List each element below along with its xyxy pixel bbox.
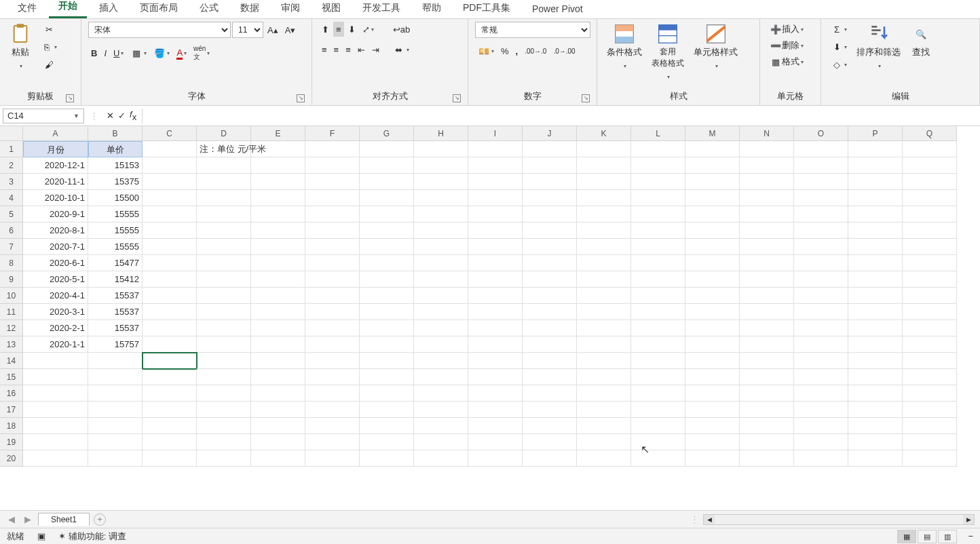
sheet-tab[interactable]: Sheet1 bbox=[38, 513, 90, 526]
cell-N8[interactable] bbox=[740, 255, 794, 271]
cell-A1[interactable]: 月份 bbox=[23, 141, 88, 157]
cell-C9[interactable] bbox=[143, 271, 197, 288]
cell-A12[interactable]: 2020-2-1 bbox=[23, 320, 88, 336]
col-header-O[interactable]: O bbox=[794, 126, 848, 141]
cell-B4[interactable]: 15500 bbox=[88, 190, 143, 206]
cell-D17[interactable] bbox=[197, 402, 251, 418]
cell-Q4[interactable] bbox=[903, 190, 957, 206]
phonetic-button[interactable]: wén文 bbox=[191, 43, 212, 63]
cell-J5[interactable] bbox=[523, 206, 577, 222]
row-header-16[interactable]: 16 bbox=[0, 385, 23, 402]
tab-数据[interactable]: 数据 bbox=[231, 0, 269, 18]
decrease-indent-button[interactable]: ⇤ bbox=[355, 42, 368, 57]
cell-M19[interactable] bbox=[685, 434, 740, 450]
row-header-14[interactable]: 14 bbox=[0, 353, 23, 369]
cell-D9[interactable] bbox=[197, 271, 251, 288]
add-sheet-button[interactable]: + bbox=[94, 513, 106, 526]
cell-C12[interactable] bbox=[143, 320, 197, 336]
cell-A5[interactable]: 2020-9-1 bbox=[23, 206, 88, 222]
cell-J20[interactable] bbox=[523, 450, 577, 467]
cell-K17[interactable] bbox=[577, 402, 631, 418]
cell-A19[interactable] bbox=[23, 434, 88, 450]
clear-button[interactable]: ◇ bbox=[828, 57, 850, 72]
cell-N16[interactable] bbox=[740, 385, 794, 402]
cell-C19[interactable] bbox=[143, 434, 197, 450]
cell-Q13[interactable] bbox=[903, 336, 957, 353]
cell-O13[interactable] bbox=[794, 336, 848, 353]
decrease-decimal-button[interactable]: .0→.00 bbox=[550, 43, 578, 58]
cell-K12[interactable] bbox=[577, 320, 631, 336]
cell-D5[interactable] bbox=[197, 206, 251, 222]
cell-B9[interactable]: 15412 bbox=[88, 271, 143, 288]
cell-D19[interactable] bbox=[197, 434, 251, 450]
cell-P4[interactable] bbox=[848, 190, 903, 206]
cell-O12[interactable] bbox=[794, 320, 848, 336]
increase-decimal-button[interactable]: .00→.0 bbox=[522, 43, 549, 58]
tab-公式[interactable]: 公式 bbox=[190, 0, 228, 18]
cell-E10[interactable] bbox=[251, 288, 305, 304]
cell-D6[interactable] bbox=[197, 222, 251, 239]
cell-L14[interactable] bbox=[631, 353, 685, 369]
cell-B8[interactable]: 15477 bbox=[88, 255, 143, 271]
cell-I6[interactable] bbox=[468, 222, 523, 239]
cell-O8[interactable] bbox=[794, 255, 848, 271]
cell-J13[interactable] bbox=[523, 336, 577, 353]
cell-C3[interactable] bbox=[143, 174, 197, 190]
cell-A17[interactable] bbox=[23, 402, 88, 418]
cell-O20[interactable] bbox=[794, 450, 848, 467]
cell-L13[interactable] bbox=[631, 336, 685, 353]
cell-G3[interactable] bbox=[360, 174, 414, 190]
cell-D12[interactable] bbox=[197, 320, 251, 336]
col-header-N[interactable]: N bbox=[740, 126, 794, 141]
cell-B5[interactable]: 15555 bbox=[88, 206, 143, 222]
tab-视图[interactable]: 视图 bbox=[312, 0, 350, 18]
cell-F16[interactable] bbox=[305, 385, 360, 402]
cell-E14[interactable] bbox=[251, 353, 305, 369]
increase-indent-button[interactable]: ⇥ bbox=[369, 42, 382, 57]
cell-N11[interactable] bbox=[740, 304, 794, 320]
cancel-formula-button[interactable]: ✕ bbox=[107, 111, 114, 121]
cell-K14[interactable] bbox=[577, 353, 631, 369]
cell-N9[interactable] bbox=[740, 271, 794, 288]
cell-G17[interactable] bbox=[360, 402, 414, 418]
cell-D1[interactable]: 注：单位 元/平米 bbox=[197, 141, 251, 157]
row-header-12[interactable]: 12 bbox=[0, 320, 23, 336]
border-button[interactable]: ▦ bbox=[128, 46, 149, 61]
cell-F5[interactable] bbox=[305, 206, 360, 222]
cell-E13[interactable] bbox=[251, 336, 305, 353]
cell-G20[interactable] bbox=[360, 450, 414, 467]
cell-I8[interactable] bbox=[468, 255, 523, 271]
cell-P15[interactable] bbox=[848, 369, 903, 385]
row-header-4[interactable]: 4 bbox=[0, 190, 23, 206]
cell-H14[interactable] bbox=[414, 353, 468, 369]
cell-O19[interactable] bbox=[794, 434, 848, 450]
cell-E17[interactable] bbox=[251, 402, 305, 418]
cell-K11[interactable] bbox=[577, 304, 631, 320]
cell-K15[interactable] bbox=[577, 369, 631, 385]
prev-sheet-button[interactable]: ◀ bbox=[5, 514, 18, 524]
cell-P17[interactable] bbox=[848, 402, 903, 418]
cell-L4[interactable] bbox=[631, 190, 685, 206]
cell-F19[interactable] bbox=[305, 434, 360, 450]
row-header-11[interactable]: 11 bbox=[0, 304, 23, 320]
cell-C13[interactable] bbox=[143, 336, 197, 353]
cell-P5[interactable] bbox=[848, 206, 903, 222]
col-header-C[interactable]: C bbox=[143, 126, 197, 141]
cell-I18[interactable] bbox=[468, 418, 523, 434]
row-header-9[interactable]: 9 bbox=[0, 271, 23, 288]
tab-页面布局[interactable]: 页面布局 bbox=[130, 0, 187, 18]
cell-A2[interactable]: 2020-12-1 bbox=[23, 157, 88, 174]
italic-button[interactable]: I bbox=[101, 46, 109, 61]
cell-D14[interactable] bbox=[197, 353, 251, 369]
find-button[interactable]: 🔍查找 bbox=[907, 22, 935, 60]
row-header-5[interactable]: 5 bbox=[0, 206, 23, 222]
cell-N19[interactable] bbox=[740, 434, 794, 450]
cell-G9[interactable] bbox=[360, 271, 414, 288]
cell-J11[interactable] bbox=[523, 304, 577, 320]
cell-I17[interactable] bbox=[468, 402, 523, 418]
cell-L15[interactable] bbox=[631, 369, 685, 385]
cell-Q6[interactable] bbox=[903, 222, 957, 239]
cell-M7[interactable] bbox=[685, 239, 740, 255]
cell-G4[interactable] bbox=[360, 190, 414, 206]
cell-F12[interactable] bbox=[305, 320, 360, 336]
